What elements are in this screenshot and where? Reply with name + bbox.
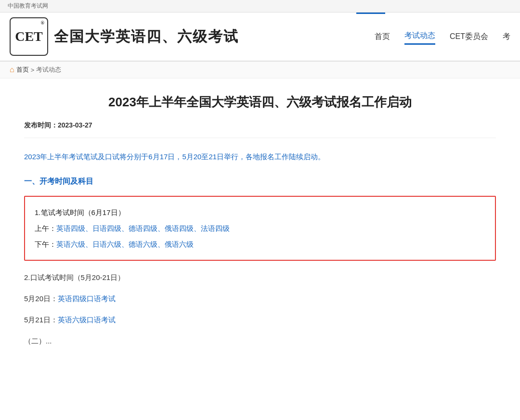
breadcrumb-current: 考试动态	[36, 65, 61, 74]
registered-mark: ®	[41, 20, 44, 25]
nav-exam-news[interactable]: 考试动态	[404, 28, 435, 45]
box-item1-title: 1.笔试考试时间（6月17日）	[35, 204, 485, 220]
article-title: 2023年上半年全国大学英语四、六级考试报名工作启动	[24, 93, 496, 112]
article-body: 2023年上半年考试笔试及口试将分别于6月17日，5月20至21日举行，各地报名…	[24, 150, 496, 348]
oral-title: 2.口试考试时间（5月20-21日）	[24, 270, 496, 285]
day1-subject: 英语四级口语考试	[58, 294, 116, 303]
afternoon-subjects: 英语六级、日语六级、德语六级、俄语六级	[56, 240, 194, 248]
written-exam-box: 1.笔试考试时间（6月17日） 上午：英语四级、日语四级、德语四级、俄语四级、法…	[24, 196, 496, 261]
nav-more[interactable]: 考	[503, 29, 510, 44]
morning-subjects: 英语四级、日语四级、德语四级、俄语四级、法语四级	[56, 224, 230, 232]
nav-committee[interactable]: CET委员会	[450, 29, 488, 44]
morning-label: 上午：	[35, 224, 56, 232]
day2-label: 5月21日：	[24, 316, 58, 324]
oral-exam-section: 2.口试考试时间（5月20-21日）	[24, 270, 496, 285]
day2-row: 5月21日：英语六级口语考试	[24, 313, 496, 327]
day1-label: 5月20日：	[24, 294, 58, 303]
publish-date-row: 发布时间：2023-03-27	[24, 121, 496, 138]
more-indicator: （二）...	[24, 334, 496, 348]
box-morning: 上午：英语四级、日语四级、德语四级、俄语四级、法语四级	[35, 220, 485, 236]
publish-label: 发布时间：	[24, 121, 58, 129]
breadcrumb: ⌂ 首页 > 考试动态	[0, 62, 520, 78]
more-section: （二）...	[24, 334, 496, 348]
day2-subject: 英语六级口语考试	[58, 316, 116, 324]
box-afternoon: 下午：英语六级、日语六级、德语六级、俄语六级	[35, 236, 485, 252]
main-nav: 首页 考试动态 CET委员会 考	[375, 28, 510, 45]
header: CET ® 全国大学英语四、六级考试 首页 考试动态 CET委员会 考	[0, 13, 520, 62]
afternoon-label: 下午：	[35, 240, 56, 248]
intro-paragraph: 2023年上半年考试笔试及口试将分别于6月17日，5月20至21日举行，各地报名…	[24, 150, 496, 164]
publish-date-value: 2023-03-27	[58, 121, 92, 129]
day2-section: 5月21日：英语六级口语考试	[24, 313, 496, 327]
day1-row: 5月20日：英语四级口语考试	[24, 292, 496, 306]
logo-text: CET	[15, 29, 43, 44]
home-icon: ⌂	[10, 65, 14, 74]
breadcrumb-separator: >	[31, 66, 35, 74]
logo-area: CET ® 全国大学英语四、六级考试	[10, 17, 239, 56]
section1-title: 一、开考时间及科目	[24, 174, 496, 189]
breadcrumb-home[interactable]: 首页	[16, 65, 29, 74]
site-title: 全国大学英语四、六级考试	[54, 27, 239, 47]
top-bar: 中国教育考试网	[0, 0, 520, 13]
top-bar-label: 中国教育考试网	[8, 2, 48, 9]
day1-section: 5月20日：英语四级口语考试	[24, 292, 496, 306]
nav-home[interactable]: 首页	[375, 29, 390, 44]
main-content: 2023年上半年全国大学英语四、六级考试报名工作启动 发布时间：2023-03-…	[5, 78, 515, 369]
cet-logo: CET ®	[10, 17, 48, 56]
